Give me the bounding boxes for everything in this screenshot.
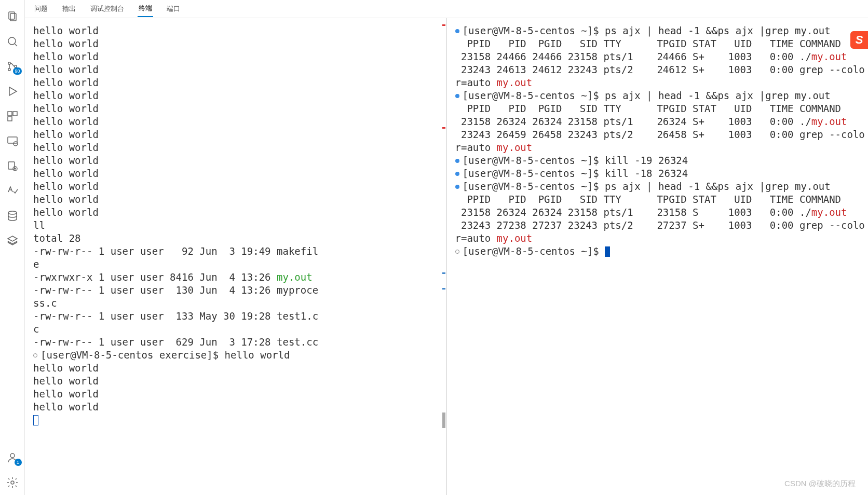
- cursor-outline-icon: [33, 415, 38, 425]
- svg-rect-1: [10, 13, 16, 21]
- tab-problems[interactable]: 问题: [33, 1, 49, 17]
- term-line: -rw-rw-r-- 1 user user 629 Jun 3 17:28 t…: [33, 336, 442, 349]
- term-line: -rw-rw-r-- 1 user user 133 May 30 19:28 …: [33, 310, 442, 323]
- term-line: hello world: [33, 193, 442, 206]
- spellcheck-icon[interactable]: [0, 178, 25, 203]
- term-line: ll: [33, 219, 442, 232]
- remote-explorer-icon[interactable]: [0, 129, 25, 154]
- term-line: hello world: [33, 50, 442, 63]
- term-line: e: [33, 258, 442, 271]
- ps-row: 23158 26324 26324 23158 pts/1 23158 S 10…: [455, 206, 864, 219]
- tab-output[interactable]: 输出: [61, 1, 77, 17]
- accounts-badge: 1: [15, 459, 22, 466]
- prompt-bullet-icon: [455, 159, 459, 163]
- svg-point-15: [8, 211, 17, 214]
- term-line: hello world: [33, 89, 442, 102]
- term-line: hello world: [33, 24, 442, 37]
- match-highlight: my.out: [811, 51, 847, 62]
- term-line: hello world: [33, 128, 442, 141]
- prompt-bullet-icon: [33, 353, 37, 358]
- svg-line-3: [15, 44, 17, 46]
- executable-file: my.out: [277, 271, 313, 283]
- term-line: c: [33, 323, 442, 336]
- sogou-ime-icon[interactable]: S: [850, 31, 868, 49]
- term-line: -rw-rw-r-- 1 user user 130 Jun 4 13:26 m…: [33, 284, 442, 297]
- ps-header: PPID PID PGID SID TTY TPGID STAT UID TIM…: [455, 193, 864, 206]
- term-prompt: [user@VM-8-5-centos ~]$ ps ajx | head -1…: [455, 89, 864, 102]
- svg-point-18: [11, 481, 14, 484]
- term-prompt: [user@VM-8-5-centos ~]$ ps ajx | head -1…: [455, 180, 864, 193]
- ps-header: PPID PID PGID SID TTY TPGID STAT UID TIM…: [455, 102, 864, 115]
- terminal-right[interactable]: [user@VM-8-5-centos ~]$ ps ajx | head -1…: [447, 18, 869, 495]
- tab-debug-console[interactable]: 调试控制台: [89, 1, 125, 17]
- source-control-icon[interactable]: 90: [0, 54, 25, 79]
- term-line: hello world: [33, 63, 442, 76]
- ps-row: 23243 27238 27237 23243 pts/2 27237 S+ 1…: [455, 219, 864, 232]
- svg-point-5: [8, 68, 10, 71]
- term-line: hello world: [33, 388, 442, 401]
- main-area: 问题 输出 调试控制台 终端 端口 hello worldhello world…: [25, 0, 868, 495]
- svg-rect-8: [8, 112, 12, 116]
- svg-marker-7: [9, 87, 17, 95]
- svg-point-12: [13, 142, 18, 146]
- ps-row: r=auto my.out: [455, 141, 864, 154]
- minimap-marker: [442, 272, 445, 274]
- extensions-icon[interactable]: [0, 104, 25, 129]
- prompt-bullet-icon: [455, 94, 459, 98]
- term-line: hello world: [33, 167, 442, 180]
- explorer-icon[interactable]: [0, 4, 25, 29]
- prompt-bullet-icon: [455, 29, 459, 33]
- scrollbar-thumb[interactable]: [442, 412, 445, 428]
- term-prompt: [user@VM-8-5-centos ~]$: [455, 245, 864, 258]
- tab-ports[interactable]: 端口: [166, 1, 181, 17]
- svg-point-17: [10, 453, 15, 458]
- settings-gear-icon[interactable]: [0, 470, 25, 495]
- term-line: -rw-rw-r-- 1 user user 92 Jun 3 19:49 ma…: [33, 245, 442, 258]
- term-line: hello world: [33, 375, 442, 388]
- run-debug-icon[interactable]: [0, 79, 25, 104]
- term-prompt: [user@VM-8-5-centos ~]$ kill -19 26324: [455, 154, 864, 167]
- svg-rect-10: [8, 117, 12, 121]
- search-icon[interactable]: [0, 29, 25, 54]
- match-highlight: my.out: [811, 207, 847, 218]
- panel-tabs: 问题 输出 调试控制台 终端 端口: [25, 0, 868, 18]
- minimap-marker: [442, 127, 445, 129]
- term-line: hello world: [33, 401, 442, 414]
- docker-settings-icon[interactable]: [0, 154, 25, 178]
- term-line: hello world: [33, 206, 442, 219]
- svg-rect-9: [13, 112, 17, 116]
- scm-badge: 90: [13, 67, 21, 75]
- prompt-bullet-icon: [455, 185, 459, 189]
- ps-row: r=auto my.out: [455, 232, 864, 245]
- match-highlight: my.out: [811, 116, 847, 127]
- ps-row: r=auto my.out: [455, 76, 864, 89]
- term-line: hello world: [33, 154, 442, 167]
- prompt-bullet-icon: [455, 250, 459, 254]
- ps-row: 23243 24613 24612 23243 pts/2 24612 S+ 1…: [455, 63, 864, 76]
- svg-rect-11: [8, 137, 17, 143]
- term-line: hello world: [33, 76, 442, 89]
- terminal-left[interactable]: hello worldhello worldhello worldhello w…: [25, 18, 447, 495]
- minimap-marker: [442, 24, 445, 26]
- term-prompt: [user@VM-8-5-centos ~]$ ps ajx | head -1…: [455, 24, 864, 37]
- svg-rect-0: [9, 12, 15, 19]
- match-highlight: my.out: [497, 77, 533, 88]
- minimap-marker: [442, 288, 445, 290]
- term-line: ss.c: [33, 297, 442, 310]
- tab-terminal[interactable]: 终端: [138, 1, 153, 17]
- watermark: CSDN @破晓的历程: [784, 479, 856, 489]
- accounts-icon[interactable]: 1: [0, 445, 25, 470]
- prompt-bullet-icon: [455, 172, 459, 176]
- ps-header: PPID PID PGID SID TTY TPGID STAT UID TIM…: [455, 37, 864, 50]
- term-line: hello world: [33, 102, 442, 115]
- database-icon[interactable]: [0, 203, 25, 228]
- term-line: hello world: [33, 37, 442, 50]
- term-prompt: [user@VM-8-5-centos ~]$ kill -18 26324: [455, 167, 864, 180]
- cursor-block-icon: [605, 246, 610, 257]
- term-line: hello world: [33, 180, 442, 193]
- ps-row: 23243 26459 26458 23243 pts/2 26458 S+ 1…: [455, 128, 864, 141]
- match-highlight: my.out: [497, 232, 533, 244]
- layers-icon[interactable]: [0, 228, 25, 253]
- ps-row: 23158 26324 26324 23158 pts/1 26324 S+ 1…: [455, 115, 864, 128]
- term-line: hello world: [33, 362, 442, 375]
